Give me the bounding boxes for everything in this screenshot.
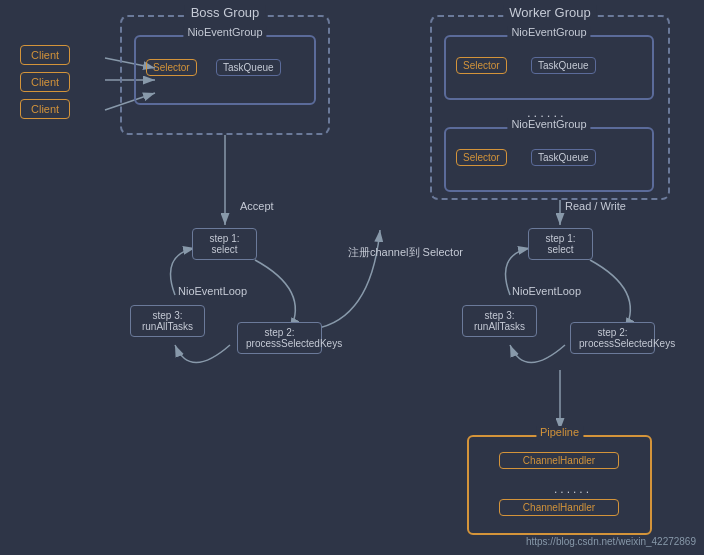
- channel-handler-1: ChannelHandler: [499, 452, 619, 469]
- worker-taskqueue-1: TaskQueue: [531, 57, 596, 74]
- client-box-1: Client: [20, 45, 70, 65]
- accept-label: Accept: [240, 200, 274, 212]
- worker-step3: step 3: runAllTasks: [462, 305, 537, 337]
- worker-step2: step 2: processSelectedKeys: [570, 322, 655, 354]
- channel-handler-2: ChannelHandler: [499, 499, 619, 516]
- boss-loop-label: NioEventLoop: [178, 285, 247, 297]
- worker-loop-label: NioEventLoop: [512, 285, 581, 297]
- worker-selector-2: Selector: [456, 149, 507, 166]
- readwrite-label: Read / Write: [565, 200, 626, 212]
- boss-step3: step 3: runAllTasks: [130, 305, 205, 337]
- worker-selector-1: Selector: [456, 57, 507, 74]
- boss-step1: step 1: select: [192, 228, 257, 260]
- client-box-3: Client: [20, 99, 70, 119]
- pipeline-box: Pipeline ChannelHandler ...... ChannelHa…: [467, 435, 652, 535]
- pipeline-label: Pipeline: [536, 426, 583, 438]
- pipeline-dots: ......: [554, 482, 592, 496]
- client-box-2: Client: [20, 72, 70, 92]
- register-label: 注册channel到 Selector: [348, 245, 463, 260]
- worker-nio-event-group-1: NioEventGroup Selector TaskQueue: [444, 35, 654, 100]
- diagram: Client Client Client Boss Group NioEvent…: [0, 0, 704, 555]
- boss-nio-event-group: NioEventGroup Selector TaskQueue: [134, 35, 316, 105]
- boss-selector: Selector: [146, 59, 197, 76]
- worker-nio-label-1: NioEventGroup: [507, 26, 590, 38]
- boss-taskqueue: TaskQueue: [216, 59, 281, 76]
- worker-nio-label-2: NioEventGroup: [507, 118, 590, 130]
- worker-step1: step 1: select: [528, 228, 593, 260]
- worker-group-label: Worker Group: [503, 5, 596, 20]
- boss-step2: step 2: processSelectedKeys: [237, 322, 322, 354]
- watermark: https://blog.csdn.net/weixin_42272869: [526, 536, 696, 547]
- boss-group-label: Boss Group: [185, 5, 266, 20]
- boss-nio-label: NioEventGroup: [183, 26, 266, 38]
- worker-group: Worker Group NioEventGroup Selector Task…: [430, 15, 670, 200]
- worker-taskqueue-2: TaskQueue: [531, 149, 596, 166]
- boss-group: Boss Group NioEventGroup Selector TaskQu…: [120, 15, 330, 135]
- worker-nio-event-group-2: NioEventGroup Selector TaskQueue: [444, 127, 654, 192]
